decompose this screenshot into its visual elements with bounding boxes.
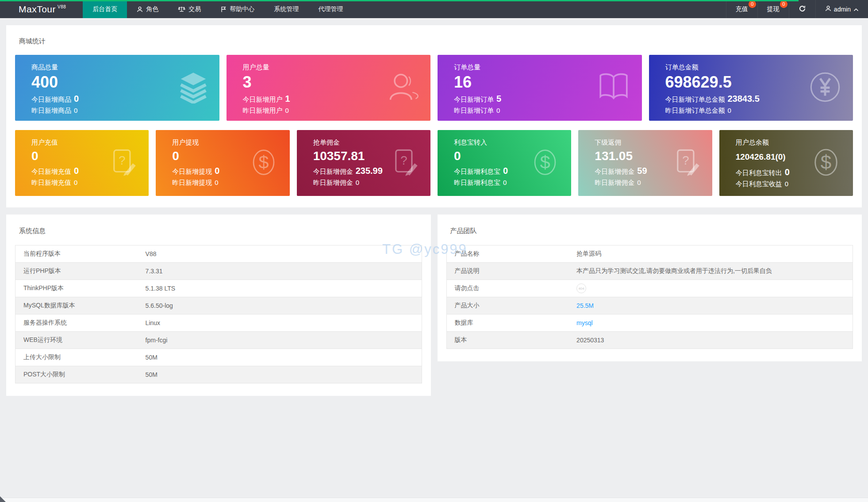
- menu-item-label: 帮助中心: [230, 5, 254, 13]
- refresh-button[interactable]: [789, 0, 815, 18]
- stat-sub-value: 0: [785, 167, 790, 177]
- stat-sub-value: 0: [74, 94, 79, 104]
- stat-sub-label: 昨日新增商品: [31, 107, 71, 115]
- stat-sub-value: 0: [496, 107, 500, 114]
- stat-title: 抢单佣金: [313, 138, 430, 147]
- user-menu[interactable]: admin: [815, 0, 868, 18]
- row-value: 50M: [146, 371, 422, 378]
- person-icon: [137, 6, 143, 12]
- stat-sub-value: 0: [74, 107, 77, 114]
- stat-card-interest-transfer-in: 利息宝转入 0 今日新增利息宝0 昨日新增利息宝0 $: [438, 130, 571, 196]
- stat-sub-label: 今日新增佣金: [313, 168, 353, 176]
- stat-sub-value: 0: [285, 107, 289, 114]
- row-value: 5.6.50-log: [146, 302, 422, 309]
- row-value: 7.3.31: [146, 268, 422, 275]
- menu-item-help-center[interactable]: 帮助中心: [211, 0, 264, 18]
- menu-item-dashboard[interactable]: 后台首页: [83, 0, 127, 18]
- app-logo[interactable]: MaxTour V88: [0, 0, 83, 18]
- recharge-button[interactable]: 充值 0: [726, 0, 757, 18]
- stat-card-total-order-amount: 订单总金额 698629.5 今日新增订单总金额23843.5 昨日新增订单总金…: [649, 55, 853, 121]
- menu-item-transactions[interactable]: 交易: [168, 0, 211, 18]
- stat-sub-value: 0: [503, 166, 508, 176]
- withdraw-button[interactable]: 提现 0: [757, 0, 789, 18]
- row-label: 产品说明: [447, 267, 577, 275]
- dollar-circle-icon: $: [530, 147, 561, 180]
- stats-row-1: 商品总量 400 今日新增商品0 昨日新增商品0 用户总量 3 今日新增用户1 …: [15, 55, 853, 121]
- menu-item-label: 交易: [188, 5, 201, 13]
- stat-card-grab-commission: 抢单佣金 10357.81 今日新增佣金235.99 昨日新增佣金0 ?: [297, 130, 430, 196]
- row-value: 5.1.38 LTS: [146, 285, 422, 292]
- stat-sub-label: 今日新增充值: [31, 168, 71, 176]
- document-question-pencil-icon: ?: [672, 147, 702, 179]
- corner-widget[interactable]: [0, 496, 6, 502]
- stat-sub-label: 今日新增利息宝: [454, 168, 500, 176]
- menu-item-label: 后台首页: [92, 5, 117, 13]
- layers-icon: [178, 71, 209, 105]
- stat-sub-value: 5: [496, 94, 501, 104]
- row-label: 请勿点击: [447, 284, 577, 292]
- stat-card-total-orders: 订单总量 16 今日新增订单5 昨日新增订单0: [438, 55, 642, 121]
- stat-sub-label: 今日新增商品: [31, 96, 71, 104]
- row-label: MySQL数据库版本: [15, 302, 146, 310]
- menu-item-roles[interactable]: 角色: [127, 0, 168, 18]
- stat-sub-label: 今日新增提现: [172, 168, 212, 176]
- stat-sub-label: 昨日新增佣金: [313, 179, 353, 187]
- stat-sub-label: 昨日新增佣金: [595, 179, 634, 187]
- stat-title: 用户提现: [172, 138, 289, 147]
- stat-sub-value: 1: [285, 94, 290, 104]
- table-row: 数据库mysql: [447, 314, 853, 332]
- stat-title: 下级返佣: [595, 138, 712, 147]
- stat-title: 用户充值: [31, 138, 149, 147]
- menu-item-system-management[interactable]: 系统管理: [264, 0, 308, 18]
- stat-sub-label: 今日新增订单总金额: [665, 96, 725, 104]
- stat-title: 利息宝转入: [454, 138, 571, 147]
- user-icon: [825, 5, 831, 13]
- refresh-icon: [799, 5, 806, 14]
- stat-sub-value: 0: [74, 166, 79, 176]
- stat-card-total-products: 商品总量 400 今日新增商品0 昨日新增商品0: [15, 55, 219, 121]
- row-value: 50M: [146, 354, 422, 361]
- product-size-link[interactable]: 25.5M: [576, 302, 594, 309]
- mall-statistics-section: 商城统计 商品总量 400 今日新增商品0 昨日新增商品0 用户总量 3 今日新…: [6, 25, 862, 207]
- row-value: V88: [146, 250, 422, 257]
- row-label: 当前程序版本: [15, 250, 146, 258]
- row-value: mysql: [576, 319, 853, 326]
- table-row: 请勿点击404: [447, 280, 853, 297]
- stat-sub-value: 0: [74, 179, 77, 186]
- table-row: 运行PHP版本7.3.31: [15, 263, 422, 280]
- broken-image-404-icon[interactable]: 404: [576, 284, 586, 293]
- table-row: 产品说明本产品只为学习测试交流,请勿要做商业或者用于违法行为,一切后果自负: [447, 263, 853, 280]
- stat-title: 订单总量: [454, 63, 642, 72]
- system-info-table: 当前程序版本V88 运行PHP版本7.3.31 ThinkPHP版本5.1.38…: [15, 245, 422, 383]
- footer-strip: [0, 498, 868, 502]
- table-row: WEB运行环境fpm-fcgi: [15, 332, 422, 349]
- menu-item-label: 系统管理: [274, 5, 299, 13]
- stats-row-2: 用户充值 0 今日新增充值0 昨日新增充值0 ? 用户提现 0 今日新增提现0 …: [15, 130, 853, 196]
- document-question-pencil-icon: ?: [108, 147, 138, 179]
- stat-sub-label: 昨日新增提现: [172, 179, 212, 187]
- document-question-pencil-icon: ?: [390, 147, 420, 179]
- stat-sub-label: 今日新增用户: [243, 96, 283, 104]
- svg-text:?: ?: [682, 153, 689, 167]
- dollar-circle-icon: $: [248, 147, 279, 180]
- panel-title: 系统信息: [6, 215, 431, 235]
- menu-item-agent-management[interactable]: 代理管理: [308, 0, 353, 18]
- row-value: 抢单源码: [576, 250, 853, 258]
- person-icon: [386, 70, 420, 106]
- stat-sub-value: 0: [356, 179, 359, 186]
- info-panels: 系统信息 当前程序版本V88 运行PHP版本7.3.31 ThinkPHP版本5…: [6, 215, 862, 396]
- database-link[interactable]: mysql: [576, 319, 593, 326]
- app-logo-text: MaxTour: [19, 4, 56, 15]
- menu-item-label: 代理管理: [318, 5, 343, 13]
- dollar-circle-icon: $: [810, 146, 842, 180]
- page-load-progress-bar: [0, 0, 799, 1]
- stat-sub-label: 昨日新增利息宝: [454, 179, 500, 187]
- row-label: ThinkPHP版本: [15, 284, 146, 292]
- svg-text:?: ?: [119, 153, 126, 167]
- menu-item-label: 角色: [146, 5, 158, 13]
- book-icon: [596, 71, 631, 105]
- flag-icon: [220, 6, 227, 12]
- stat-sub-value: 0: [503, 179, 507, 186]
- withdraw-label: 提现: [767, 5, 780, 13]
- row-value: 本产品只为学习测试交流,请勿要做商业或者用于违法行为,一切后果自负: [576, 267, 853, 275]
